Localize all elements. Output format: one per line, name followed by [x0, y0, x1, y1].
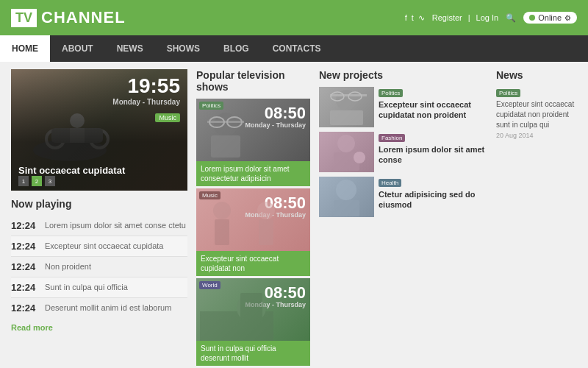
project-image-health [319, 177, 374, 217]
online-indicator [529, 15, 535, 21]
np-text: Non proident [45, 261, 91, 272]
logo: TV CHANNEL [11, 8, 126, 27]
show-image-world: World 08:50Monday - Thursday [196, 278, 310, 341]
popular-shows-title: Popular television shows [196, 69, 310, 93]
register-link[interactable]: Register [432, 13, 462, 22]
nav-home[interactable]: HOME [0, 35, 50, 62]
nav-news[interactable]: NEWS [105, 35, 155, 62]
search-icon[interactable]: 🔍 [506, 13, 516, 23]
show-description: Sunt in culpa qui officia deserunt molli… [196, 341, 310, 366]
project-info: Fashion Lorem ipsum dolor sit amet conse [379, 132, 487, 172]
show-card: Music 08:50Monday - Thursday Excepteur s… [196, 188, 310, 276]
svg-point-11 [213, 202, 231, 219]
project-card: Fashion Lorem ipsum dolor sit amet conse [319, 132, 487, 172]
np-time: 12:24 [11, 241, 39, 252]
svg-point-13 [257, 202, 275, 219]
hero-title: Sint occaecat cupidatat [18, 165, 125, 176]
np-text: Excepteur sint occaecat cupidata [45, 241, 163, 251]
nav-about[interactable]: ABOUT [50, 35, 105, 62]
np-text: Deserunt mollit anim id est laborum [45, 302, 171, 313]
hero-time: 19:55 Monday - Thursday [112, 75, 180, 106]
np-time: 12:24 [11, 302, 39, 314]
project-card: Health Ctetur adipisicing sed do eiusmod [319, 177, 487, 217]
project-card: Politics Excepteur sint occaecat cupidat… [319, 87, 487, 127]
news-tag-politics: Politics [496, 89, 520, 97]
project-tag-health: Health [379, 179, 401, 187]
svg-point-26 [336, 180, 356, 200]
project-info: Politics Excepteur sint occaecat cupidat… [379, 87, 487, 127]
svg-rect-14 [259, 219, 273, 245]
new-projects-column: New projects Politics E [319, 69, 487, 222]
project-image-fashion [319, 132, 374, 172]
login-link[interactable]: Log In [476, 13, 499, 22]
hero-dot-1[interactable]: 1 [18, 176, 29, 186]
hero-dot-3[interactable]: 3 [45, 176, 55, 186]
news-title: News [496, 69, 577, 81]
show-card: World 08:50Monday - Thursday Sunt in cul… [196, 278, 310, 366]
nav-shows[interactable]: SHOWS [155, 35, 212, 62]
svg-rect-22 [330, 110, 363, 125]
svg-point-25 [354, 152, 365, 163]
hero-pagination: 1 2 3 [18, 176, 55, 186]
now-playing-list: 12:24 Lorem ipsum dolor sit amet conse c… [11, 216, 187, 318]
nav-contacts[interactable]: CONTACTS [261, 35, 333, 62]
project-tag-fashion: Fashion [379, 134, 405, 142]
project-tag-politics: Politics [379, 89, 403, 97]
show-image-politics: Politics 08:50Monday - Thursday [196, 99, 310, 161]
project-image-politics [319, 87, 374, 127]
show-image-music: Music 08:50Monday - Thursday [196, 188, 310, 251]
read-more-link[interactable]: Read more [11, 322, 187, 333]
right-inner: New projects Politics E [319, 69, 577, 222]
settings-icon[interactable]: ⚙ [564, 14, 571, 22]
news-text: Excepteur sint occaecat cupidatat non pr… [496, 99, 577, 130]
new-projects-title: New projects [319, 69, 487, 81]
svg-rect-27 [334, 200, 359, 216]
now-playing-row: 12:24 Non proident [11, 257, 187, 277]
project-title: Lorem ipsum dolor sit amet conse [379, 144, 487, 166]
show-tag-music: Music [199, 191, 220, 199]
np-text: Lorem ipsum dolor sit amet conse ctetu [45, 220, 186, 230]
rss-icon[interactable]: ∿ [418, 13, 425, 23]
nav-blog[interactable]: BLOG [212, 35, 261, 62]
logo-channel: CHANNEL [41, 8, 126, 27]
svg-rect-7 [207, 121, 244, 123]
now-playing-row: 12:24 Lorem ipsum dolor sit amet conse c… [11, 216, 187, 236]
main-content: 19:55 Monday - Thursday Music Sint occae… [0, 62, 588, 368]
left-column: 19:55 Monday - Thursday Music Sint occae… [11, 69, 187, 367]
now-playing-row: 12:24 Excepteur sint occaecat cupidata [11, 236, 187, 257]
now-playing-row: 12:24 Sunt in culpa qui officia [11, 277, 187, 298]
np-time: 12:24 [11, 261, 39, 272]
np-time: 12:24 [11, 220, 39, 231]
np-text: Sunt in culpa qui officia [45, 282, 128, 292]
project-title: Ctetur adipisicing sed do eiusmod [379, 189, 487, 210]
show-card: Politics 08:50Monday - Thursday Lorem ip… [196, 99, 310, 186]
right-column: New projects Politics E [319, 69, 577, 367]
news-date: 20 Aug 2014 [496, 132, 577, 139]
facebook-icon[interactable]: f [405, 13, 407, 23]
project-info: Health Ctetur adipisicing sed do eiusmod [379, 177, 487, 217]
svg-point-18 [336, 90, 356, 110]
svg-rect-17 [240, 293, 262, 330]
hero-dot-2[interactable]: 2 [32, 176, 42, 186]
news-item: Politics Excepteur sint occaecat cupidat… [496, 87, 577, 139]
online-badge: Online ⚙ [523, 12, 577, 24]
np-time: 12:24 [11, 282, 39, 293]
svg-point-23 [337, 135, 355, 152]
header-links: Register | Log In [432, 13, 498, 22]
project-title: Excepteur sint occaecat cupidatat non pr… [379, 99, 487, 121]
social-icons: f t ∿ [405, 13, 425, 23]
online-label: Online [538, 13, 562, 22]
popular-shows-column: Popular television shows Politics 08:50M… [196, 69, 310, 367]
navigation: HOME ABOUT NEWS SHOWS BLOG CONTACTS [0, 35, 588, 62]
hero-day: Monday - Thursday [112, 98, 180, 106]
hero-tag: Music [155, 113, 180, 122]
header: TV CHANNEL f t ∿ Register | Log In 🔍 Onl… [0, 0, 588, 35]
now-playing-row: 12:24 Deserunt mollit anim id est laboru… [11, 298, 187, 318]
show-time: 08:50Monday - Thursday [245, 105, 306, 130]
show-description: Lorem ipsum dolor sit amet consectetur a… [196, 161, 310, 186]
show-tag-politics: Politics [199, 102, 223, 110]
logo-tv: TV [11, 9, 37, 27]
news-column: News Politics Excepteur sint occaecat cu… [496, 69, 577, 222]
svg-rect-12 [215, 219, 229, 245]
twitter-icon[interactable]: t [412, 13, 414, 23]
